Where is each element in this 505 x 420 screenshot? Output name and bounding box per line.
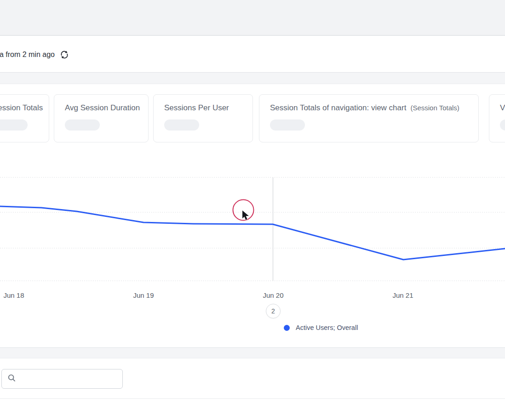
x-tick-label: Jun 21 xyxy=(392,291,413,299)
metric-card-title: Session Totals of navigation: view chart… xyxy=(270,103,468,113)
value-loading-skeleton xyxy=(270,119,305,131)
chart-legend-item[interactable]: Active Users; Overall xyxy=(284,324,358,331)
data-freshness-label: Data from 2 min ago xyxy=(0,51,55,59)
metric-card-session-totals[interactable]: Session Totals xyxy=(0,94,49,142)
chart-x-axis: Jun 18Jun 19Jun 20Jun 21 xyxy=(0,291,505,301)
refresh-icon xyxy=(59,53,69,61)
x-tick-label: Jun 19 xyxy=(133,291,154,299)
metric-card-partial-right[interactable]: V xyxy=(489,94,505,142)
metric-card-title: Session Totals xyxy=(0,103,38,113)
metric-card-sessions-per-user[interactable]: Sessions Per User xyxy=(153,94,253,142)
value-loading-skeleton xyxy=(164,119,199,131)
metric-card-title-text: Session Totals of navigation: view chart xyxy=(270,103,406,112)
value-loading-skeleton xyxy=(500,119,505,131)
legend-series-label: Active Users; Overall xyxy=(296,324,358,331)
bottom-divider xyxy=(0,398,505,399)
metric-card-session-totals-navigation-view-chart[interactable]: Session Totals of navigation: view chart… xyxy=(259,94,479,142)
metric-card-title: Sessions Per User xyxy=(164,103,242,113)
x-tick-label: Jun 18 xyxy=(3,291,24,299)
legend-series-dot xyxy=(284,325,290,331)
section-divider-strip-bottom xyxy=(0,347,505,358)
metric-card-title: Avg Session Duration xyxy=(65,103,138,113)
app-header-band xyxy=(0,0,505,36)
refresh-button[interactable] xyxy=(59,50,69,60)
line-chart[interactable] xyxy=(0,176,505,283)
annotation-count: 2 xyxy=(271,307,275,315)
value-loading-skeleton xyxy=(0,119,28,131)
search-box[interactable] xyxy=(1,369,123,389)
section-divider-strip-top xyxy=(0,72,505,84)
value-loading-skeleton xyxy=(65,119,100,131)
metric-card-title-suffix: (Session Totals) xyxy=(410,104,459,112)
search-input[interactable] xyxy=(20,375,117,383)
annotation-badge[interactable]: 2 xyxy=(266,304,281,318)
metric-card-avg-session-duration[interactable]: Avg Session Duration xyxy=(54,94,149,142)
metric-card-title: V xyxy=(500,103,505,113)
x-tick-label: Jun 20 xyxy=(263,291,283,299)
dashboard-screen: Data from 2 min ago Session Totals Avg S… xyxy=(0,0,505,420)
search-icon xyxy=(7,374,16,384)
